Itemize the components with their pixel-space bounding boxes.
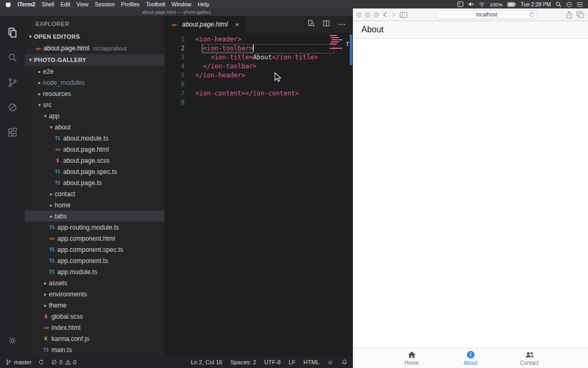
debug-icon[interactable] <box>0 95 25 120</box>
code-line-6[interactable]: 6 <box>165 80 353 89</box>
code-line-5[interactable]: 5</ion-header> <box>165 71 353 80</box>
menu-session[interactable]: Session <box>95 1 115 7</box>
battery-icon[interactable] <box>507 2 516 7</box>
sidebar-toggle-icon[interactable] <box>400 12 408 18</box>
sync-icon[interactable] <box>38 359 45 365</box>
code-line-2[interactable]: 2 <ion-toolbar> <box>165 44 353 53</box>
menubar-app-name[interactable]: iTerm2 <box>18 1 36 7</box>
tab-contact[interactable]: Contact <box>500 348 559 368</box>
scrollbar-slider[interactable] <box>350 34 352 65</box>
menu-help[interactable]: Help <box>198 1 210 7</box>
indentation[interactable]: Spaces: 2 <box>230 359 256 365</box>
forward-button[interactable] <box>391 12 396 17</box>
folder-environments[interactable]: ▸environments <box>25 288 165 300</box>
code-line-8[interactable]: 8 <box>165 98 353 107</box>
folder-node_modules[interactable]: ▸node_modules <box>25 77 165 88</box>
file-app-routing.module.ts[interactable]: TSapp-routing.module.ts <box>25 222 165 233</box>
git-branch-indicator[interactable]: master <box>5 359 32 365</box>
branch-name: master <box>14 359 32 365</box>
file-about.page.scss[interactable]: $about.page.scss <box>25 155 165 166</box>
open-editors-header[interactable]: ▾ OPEN EDITORS <box>25 31 165 42</box>
tab-about[interactable]: About <box>441 348 500 368</box>
file-app.module.ts[interactable]: TSapp.module.ts <box>25 266 165 277</box>
menu-shell[interactable]: Shell <box>42 1 54 7</box>
tree-item-label: e2e <box>43 68 54 75</box>
file-karma.conf.js[interactable]: Kkarma.conf.js <box>25 333 165 344</box>
folder-contact[interactable]: ▸contact <box>25 188 165 199</box>
tab-home[interactable]: Home <box>382 348 441 368</box>
eol-sequence[interactable]: LF <box>289 359 296 365</box>
file-app.component.html[interactable]: <>app.component.html <box>25 233 165 244</box>
ts-file-icon: TS <box>54 136 62 141</box>
file-about.module.ts[interactable]: TSabout.module.ts <box>25 133 165 144</box>
file-app.component.ts[interactable]: TSapp.component.ts <box>25 255 165 266</box>
explorer-icon[interactable] <box>0 20 25 45</box>
file-about.page.spec.ts[interactable]: TSabout.page.spec.ts <box>25 166 165 177</box>
file-main.ts[interactable]: TSmain.ts <box>25 344 165 355</box>
minimap[interactable] <box>330 35 343 50</box>
menu-window[interactable]: Window <box>171 1 191 7</box>
encoding[interactable]: UTF-8 <box>264 359 281 365</box>
menubar-clock[interactable]: Tue 2:28 PM <box>521 2 551 7</box>
project-header[interactable]: ▾ PHOTO-GALLERY <box>25 54 165 66</box>
folder-resources[interactable]: ▸resources <box>25 88 165 99</box>
close-window-button[interactable] <box>357 12 362 17</box>
folder-tabs[interactable]: ▸tabs <box>25 211 165 222</box>
open-editor-item[interactable]: <>about.page.htmlsrc/app/about <box>25 42 165 54</box>
apple-menu-icon[interactable] <box>5 1 11 8</box>
settings-gear-icon[interactable] <box>0 328 25 353</box>
menu-edit[interactable]: Edit <box>60 1 70 7</box>
vscode-title-bar[interactable]: about.page.html — photo-gallery <box>0 8 353 16</box>
folder-src[interactable]: ▾src <box>25 99 165 110</box>
back-button[interactable] <box>383 12 387 17</box>
menu-toolbelt[interactable]: Toolbelt <box>146 1 165 7</box>
extensions-icon[interactable] <box>0 120 25 145</box>
menu-profiles[interactable]: Profiles <box>121 1 140 7</box>
search-icon[interactable] <box>0 45 25 70</box>
feedback-smiley-icon[interactable]: ☺ <box>327 359 333 365</box>
more-actions-icon[interactable]: ··· <box>338 21 346 28</box>
folder-assets[interactable]: ▸assets <box>25 277 165 288</box>
reload-icon[interactable] <box>529 12 534 19</box>
siri-icon[interactable] <box>566 2 572 7</box>
spotlight-icon[interactable] <box>556 2 561 7</box>
share-icon[interactable] <box>566 11 573 19</box>
notification-center-icon[interactable] <box>577 2 583 7</box>
source-control-icon[interactable] <box>0 70 25 95</box>
code-line-7[interactable]: 7<ion-content></ion-content> <box>165 89 353 98</box>
tab-overview-icon[interactable] <box>576 11 584 18</box>
folder-e2e[interactable]: ▸e2e <box>25 66 165 77</box>
file-global.scss[interactable]: $global.scss <box>25 311 165 322</box>
code-line-1[interactable]: 1<ion-header> <box>165 35 353 44</box>
tree-item-label: src <box>43 101 51 109</box>
folder-app[interactable]: ▾app <box>25 110 165 121</box>
folder-about[interactable]: ▾about <box>25 121 165 133</box>
open-changes-icon[interactable] <box>307 20 315 29</box>
folder-home[interactable]: ▸home <box>25 199 165 211</box>
close-icon[interactable]: × <box>235 21 239 29</box>
file-index.html[interactable]: <>index.html <box>25 322 165 333</box>
code-editor[interactable]: 1<ion-header>2 <ion-toolbar>3 <ion-title… <box>165 33 353 356</box>
minimize-window-button[interactable] <box>365 12 370 17</box>
code-line-3[interactable]: 3 <ion-title>About</ion-title> <box>165 53 353 62</box>
file-about.page.html[interactable]: <>about.page.html <box>25 144 165 155</box>
wifi-icon[interactable] <box>479 2 485 7</box>
cursor-position[interactable]: Ln 2, Col 16 <box>191 359 222 365</box>
terminal-status-icon[interactable] <box>457 2 463 7</box>
language-mode[interactable]: HTML <box>304 359 319 365</box>
file-app.component.spec.ts[interactable]: TSapp.component.spec.ts <box>25 244 165 255</box>
zoom-window-button[interactable] <box>374 12 379 17</box>
notifications-bell-icon[interactable] <box>341 359 348 365</box>
volume-icon[interactable] <box>468 2 474 7</box>
folder-theme[interactable]: ▸theme <box>25 300 165 311</box>
problems-indicator[interactable]: 0 0 <box>51 359 76 365</box>
editor-tab-about-page-html[interactable]: <> about.page.html × <box>165 16 245 33</box>
ts-file-icon: TS <box>48 247 56 252</box>
file-about.page.ts[interactable]: TSabout.page.ts <box>25 177 165 188</box>
chevron-down-icon: ▾ <box>42 113 49 119</box>
split-editor-icon[interactable] <box>323 20 330 29</box>
code-line-4[interactable]: 4 </ion-toolbar> <box>165 62 353 71</box>
menu-view[interactable]: View <box>76 1 89 7</box>
address-bar[interactable]: localhost <box>436 10 537 19</box>
code-lines: 1<ion-header>2 <ion-toolbar>3 <ion-title… <box>165 35 353 107</box>
